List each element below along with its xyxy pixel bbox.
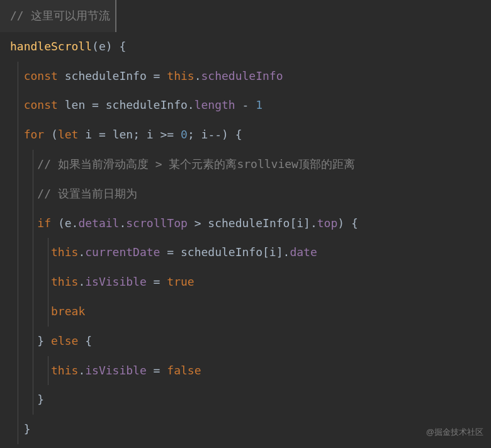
token-op: >= (161, 128, 181, 141)
token-this: this (51, 275, 78, 288)
token-punct: . (195, 69, 201, 82)
token-punct: ( (58, 216, 65, 230)
token-punct: ; (133, 128, 147, 141)
token-comment: // 这里可以用节流 (10, 9, 110, 22)
watermark: @掘金技术社区 (426, 422, 483, 443)
token-op: = (154, 69, 167, 82)
token-op: > (195, 216, 208, 230)
token-prop: currentDate (85, 245, 167, 259)
code-line-content: // 设置当前日期为 (10, 187, 137, 200)
token-keyword: for (24, 128, 51, 141)
token-punct: } (37, 334, 51, 347)
token-punct: ] (303, 216, 310, 230)
token-punct: } (37, 393, 44, 406)
code-line: handleScroll(e) { (0, 32, 491, 62)
token-punct: ) { (337, 216, 358, 230)
code-line-content: // 这里可以用节流 (10, 9, 110, 22)
token-comment: // 如果当前滑动高度 > 某个元素的离srollview顶部的距离 (37, 157, 355, 171)
token-var: scheduleInfo (106, 98, 188, 111)
token-op: = (154, 275, 167, 288)
code-line-content: if (e.detail.scrollTop > scheduleInfo[i]… (10, 216, 358, 230)
code-line: const scheduleInfo = this.scheduleInfo (0, 62, 491, 91)
token-keyword: break (51, 305, 85, 318)
token-punct: ( (92, 40, 99, 53)
code-line: } else { (0, 327, 491, 356)
code-line: } (0, 415, 491, 444)
token-punct: . (72, 216, 79, 230)
token-prop: isVisible (85, 275, 153, 288)
code-line: // 如果当前滑动高度 > 某个元素的离srollview顶部的距离 (0, 150, 491, 179)
highlighted-line: // 这里可以用节流 (0, 0, 116, 32)
code-line: if (e.detail.scrollTop > scheduleInfo[i]… (0, 209, 491, 238)
code-line-content: const len = scheduleInfo.length - 1 (10, 98, 262, 111)
token-var: i (147, 128, 161, 141)
token-bool: true (167, 275, 194, 288)
token-op: = (92, 98, 106, 111)
code-line: this.isVisible = false (0, 356, 491, 386)
token-punct: . (283, 245, 290, 259)
token-var: len (113, 128, 133, 141)
code-line-content: const scheduleInfo = this.scheduleInfo (10, 69, 283, 82)
token-op: = (167, 245, 181, 259)
token-punct: { (85, 334, 92, 347)
token-bool: false (167, 364, 201, 377)
code-line-content: this.currentDate = scheduleInfo[i].date (10, 245, 317, 259)
token-prop: length (195, 98, 242, 111)
code-line-content: // 如果当前滑动高度 > 某个元素的离srollview顶部的距离 (10, 157, 355, 171)
token-prop: scrollTop (126, 216, 194, 230)
token-keyword: const (24, 98, 65, 111)
token-punct: . (78, 245, 85, 259)
token-var: i (269, 245, 276, 259)
token-var: scheduleInfo (65, 69, 154, 82)
token-var: scheduleInfo (208, 216, 290, 230)
token-var: scheduleInfo (181, 245, 262, 259)
token-keyword: if (37, 216, 58, 230)
token-op: -- (208, 128, 222, 141)
code-line-content: } (10, 422, 31, 435)
code-line: // 设置当前日期为 (0, 179, 491, 209)
token-var: e (65, 216, 72, 230)
token-var: i (201, 128, 208, 141)
token-num: 0 (181, 128, 188, 141)
token-punct: [ (262, 245, 269, 259)
token-punct: . (119, 216, 126, 230)
code-line: const len = scheduleInfo.length - 1 (0, 91, 491, 120)
token-punct: ) { (106, 40, 127, 53)
code-line: break (0, 297, 491, 327)
code-line-content: this.isVisible = false (10, 364, 201, 377)
token-comment: // 设置当前日期为 (37, 187, 137, 200)
token-keyword: else (51, 334, 85, 347)
token-prop: scheduleInfo (201, 69, 283, 82)
code-editor: // 这里可以用节流handleScroll(e) { const schedu… (0, 0, 491, 444)
token-prop: date (290, 245, 317, 259)
token-prop: isVisible (85, 364, 153, 377)
token-keyword: const (24, 69, 65, 82)
code-line: // 这里可以用节流 (0, 0, 491, 32)
token-punct: . (78, 275, 85, 288)
code-line-content: } else { (10, 334, 92, 347)
code-line-content: handleScroll(e) { (10, 40, 126, 53)
token-op: - (242, 98, 256, 111)
token-keyword: let (58, 128, 85, 141)
token-param: e (99, 40, 106, 53)
token-this: this (167, 69, 194, 82)
token-method: handleScroll (10, 40, 92, 53)
code-container: // 这里可以用节流handleScroll(e) { const schedu… (0, 0, 491, 444)
token-punct: ) { (222, 128, 242, 141)
token-var: i (85, 128, 99, 141)
code-line-content: } (10, 393, 44, 406)
code-line: this.isVisible = true (0, 267, 491, 297)
token-var: i (296, 216, 303, 230)
token-this: this (51, 245, 78, 259)
token-prop: top (317, 216, 338, 230)
token-op: = (154, 364, 167, 377)
code-line-content: this.isVisible = true (10, 275, 195, 288)
token-punct: ( (51, 128, 58, 141)
token-punct: ] (276, 245, 283, 259)
token-punct: . (188, 98, 195, 111)
code-line: for (let i = len; i >= 0; i--) { (0, 120, 491, 150)
token-num: 1 (256, 98, 262, 111)
token-var: len (65, 98, 92, 111)
token-punct: [ (290, 216, 296, 230)
token-punct: ; (188, 128, 201, 141)
